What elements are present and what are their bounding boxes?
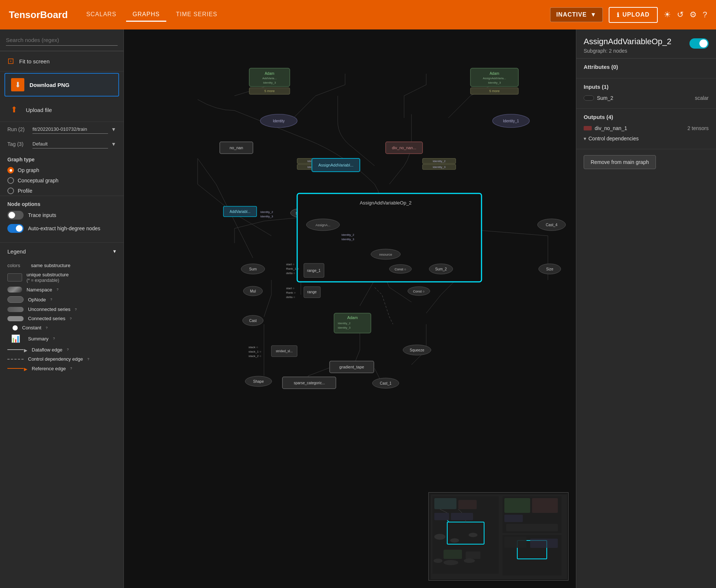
nav-time-series[interactable]: TIME SERIES <box>169 8 224 22</box>
svg-text:Identity_1: Identity_1 <box>503 119 519 123</box>
svg-text:Adam: Adam <box>490 71 499 76</box>
unique-swatch <box>7 273 22 281</box>
connected-swatch <box>7 316 24 321</box>
legend-content: colors same substructure unique substruc… <box>0 260 124 378</box>
svg-point-100 <box>469 533 477 537</box>
auto-extract-toggle[interactable] <box>7 224 24 233</box>
legend-collapse-icon: ▾ <box>113 248 116 255</box>
output-row: div_no_nan_1 2 tensors <box>584 123 709 133</box>
svg-text:Adam: Adam <box>347 315 358 320</box>
legend-unique-row: unique substructure(* = expandable) <box>7 272 116 283</box>
svg-point-99 <box>450 538 459 543</box>
svg-text:stack_1 ○: stack_1 ○ <box>248 350 261 353</box>
svg-text:sparse_categoric...: sparse_categoric... <box>294 381 325 385</box>
svg-text:delta ○: delta ○ <box>286 295 295 299</box>
help-icon[interactable]: ? <box>703 10 707 20</box>
svg-text:stack_2 ○: stack_2 ○ <box>248 354 261 358</box>
svg-text:start ○: start ○ <box>286 287 295 290</box>
legend-colors-row: colors same substructure <box>7 263 116 268</box>
svg-text:Squeeze: Squeeze <box>410 348 424 352</box>
svg-text:stack ○: stack ○ <box>248 346 258 349</box>
tag-input[interactable] <box>32 140 108 148</box>
panel-subtitle: Subgraph: 2 nodes <box>584 48 671 54</box>
upload-button[interactable]: ℹ UPLOAD <box>609 7 658 23</box>
app-logo: TensorBoard <box>9 9 68 21</box>
run-input[interactable] <box>32 125 108 134</box>
svg-text:Const ○: Const ○ <box>413 290 424 293</box>
main-nav: SCALARS GRAPHS TIME SERIES <box>80 8 538 22</box>
legend-reference-row: ▶ Reference edge ? <box>7 365 116 371</box>
graph-canvas[interactable]: Adam AddVaria... Identity_3 5 more Adam … <box>124 29 576 588</box>
remove-from-main-graph-button[interactable]: Remove from main graph <box>584 155 656 169</box>
output-indicator <box>584 126 592 130</box>
run-dropdown-icon[interactable]: ▼ <box>111 126 116 132</box>
svg-text:Adam: Adam <box>265 71 274 76</box>
radio-op-graph-circle <box>7 167 14 174</box>
auto-extract-row: Auto-extract high-degree nodes <box>7 224 116 233</box>
svg-rect-117 <box>504 537 526 548</box>
svg-text:range: range <box>307 290 317 294</box>
inputs-title: Inputs (1) <box>584 84 709 90</box>
svg-text:Identity_2: Identity_2 <box>433 160 446 163</box>
svg-text:5 more: 5 more <box>264 89 275 93</box>
svg-text:Identity_3: Identity_3 <box>488 81 501 84</box>
legend-namespace-row: Namespace ? <box>7 287 116 293</box>
tag-row: Tag (3) ▼ <box>0 137 124 151</box>
info-icon: ℹ <box>617 11 619 18</box>
download-png-button[interactable]: ⬇ Download PNG <box>4 73 119 97</box>
settings-icon[interactable]: ⚙ <box>689 10 697 20</box>
attributes-title: Attributes (0) <box>584 64 709 70</box>
svg-text:start ○: start ○ <box>286 263 295 266</box>
svg-rect-111 <box>504 498 530 513</box>
svg-text:Rank ○: Rank ○ <box>286 291 296 294</box>
svg-text:AddVariabl...: AddVariabl... <box>230 210 251 214</box>
legend-header[interactable]: Legend ▾ <box>0 243 124 260</box>
nav-graphs[interactable]: GRAPHS <box>126 8 167 22</box>
collapse-icon: ▾ <box>584 136 586 141</box>
search-box <box>0 29 124 51</box>
upload-file-button[interactable]: ⬆ Upload file <box>0 98 124 122</box>
download-icon: ⬇ <box>11 78 24 91</box>
run-row: Run (2) ▼ <box>0 122 124 137</box>
control-deps-row[interactable]: ▾ Control dependencies <box>584 133 709 144</box>
svg-text:Identity: Identity <box>273 119 285 123</box>
opnode-swatch <box>7 296 24 303</box>
radio-conceptual-graph[interactable]: Conceptual graph <box>7 177 116 184</box>
outputs-title: Outputs (4) <box>584 114 709 120</box>
control-edge <box>7 359 24 360</box>
nav-scalars[interactable]: SCALARS <box>80 8 123 22</box>
tag-dropdown-icon[interactable]: ▼ <box>111 141 116 147</box>
refresh-icon[interactable]: ↺ <box>677 10 684 20</box>
attributes-section: Attributes (0) <box>576 59 716 78</box>
svg-rect-96 <box>434 513 449 520</box>
inactive-dropdown[interactable]: INACTIVE ▼ <box>550 7 603 22</box>
svg-text:gradient_tape: gradient_tape <box>339 365 364 369</box>
svg-text:Size: Size <box>546 267 553 271</box>
svg-text:Sum_2: Sum_2 <box>435 267 447 271</box>
radio-profile[interactable]: Profile <box>7 188 116 194</box>
graph-type-group: Op graph Conceptual graph Profile <box>0 165 124 196</box>
search-input[interactable] <box>6 35 118 46</box>
sidebar: ⊡ Fit to screen ⬇ Download PNG ⬆ Upload … <box>0 29 124 588</box>
brightness-icon[interactable]: ☀ <box>664 10 671 20</box>
fit-to-screen-button[interactable]: ⊡ Fit to screen <box>0 51 124 71</box>
svg-text:div_no_nan...: div_no_nan... <box>392 146 416 150</box>
panel-title-section: AssignAddVariableOp_2 Subgraph: 2 nodes <box>584 37 671 54</box>
constant-swatch <box>13 325 18 330</box>
legend-connected-row: Connected series ? <box>7 316 116 321</box>
legend-dataflow-row: ▶ Dataflow edge ? <box>7 347 116 353</box>
radio-op-graph[interactable]: Op graph <box>7 167 116 174</box>
svg-point-105 <box>464 559 475 563</box>
trace-inputs-toggle[interactable] <box>7 211 24 220</box>
trace-inputs-row: Trace inputs <box>7 211 116 220</box>
svg-text:AssignAddVariabl...: AssignAddVariabl... <box>318 163 353 167</box>
panel-toggle[interactable] <box>689 38 709 49</box>
inputs-section: Inputs (1) Sum_2 scalar <box>576 78 716 109</box>
svg-rect-95 <box>458 500 477 509</box>
reference-arrow: ▶ <box>7 365 27 371</box>
minimap <box>428 492 569 581</box>
svg-text:Identity_3: Identity_3 <box>338 326 351 329</box>
svg-text:Identity_3: Identity_3 <box>260 215 273 218</box>
svg-text:Identity_3: Identity_3 <box>433 165 446 169</box>
svg-text:Identity_3: Identity_3 <box>341 238 354 241</box>
